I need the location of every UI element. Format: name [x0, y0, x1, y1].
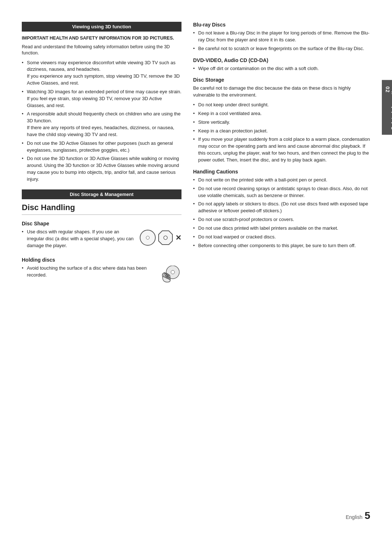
disc-shape-heading: Disc Shape: [22, 221, 181, 226]
footer-page-number: 5: [364, 510, 370, 521]
bullet-item: Do not use record cleaning sprays or ant…: [193, 185, 370, 199]
bluray-bullets: Do not leave a Blu-ray Disc in the playe…: [193, 30, 370, 52]
disc-shape-bullets: Use discs with regular shapes. If you us…: [22, 229, 136, 249]
bullet-item: Keep in a clean protection jacket.: [193, 128, 370, 135]
dvd-heading: DVD-VIDEO, Audio CD (CD-DA): [193, 57, 370, 63]
left-column: Viewing using 3D function IMPORTANT HEAL…: [22, 22, 181, 289]
sidebar-tab: 02 Safety Information: [382, 80, 392, 135]
bullet-item: Avoid touching the surface of a disc whe…: [22, 265, 155, 279]
sidebar-tab-label: Safety Information: [391, 85, 392, 130]
disc-storage-bullets: Do not keep under direct sunlight. Keep …: [193, 102, 370, 164]
disc-shape-text: Use discs with regular shapes. If you us…: [22, 229, 136, 252]
bullet-item: Watching 3D images for an extended perio…: [22, 89, 181, 109]
footer-language: English: [346, 514, 363, 520]
bullet-item: Do not load warped or cracked discs.: [193, 234, 370, 241]
disc-hole: [146, 236, 150, 240]
bullet-item: Do not apply labels or stickers to discs…: [193, 201, 370, 214]
bullet-item: Do not use discs printed with label prin…: [193, 225, 370, 232]
bullet-item: Before connecting other components to th…: [193, 242, 370, 249]
right-column: Blu-ray Discs Do not leave a Blu-ray Dis…: [193, 22, 370, 289]
bullet-item: Do not keep under direct sunlight.: [193, 102, 370, 109]
bullet-item: Be careful not to scratch or leave finge…: [193, 45, 370, 52]
bullet-item: A responsible adult should frequently ch…: [22, 111, 181, 138]
disc-storage-intro: Be careful not to damage the disc becaus…: [193, 85, 370, 99]
disc-handling-title: Disc Handling: [22, 203, 181, 215]
intro-sub-text: Read and understand the following safety…: [22, 44, 181, 57]
disc-storage-header: Disc Storage & Management: [22, 189, 181, 199]
irregular-disc-icon: [157, 229, 174, 246]
bullet-item: Do not write on the printed side with a …: [193, 177, 370, 184]
holding-disc-container: Avoid touching the surface of a disc whe…: [22, 265, 181, 285]
bullet-item: Store vertically.: [193, 119, 370, 126]
holding-disc-bullets: Avoid touching the surface of a disc whe…: [22, 265, 155, 279]
disc-storage-heading: Disc Storage: [193, 77, 370, 83]
bullet-item: Do not leave a Blu-ray Disc in the playe…: [193, 30, 370, 44]
page-footer: English 5: [346, 510, 371, 521]
disc-icons: ✕: [140, 229, 181, 246]
holding-disc-text: Avoid touching the surface of a disc whe…: [22, 265, 155, 282]
viewing-3d-header: Viewing using 3D function: [22, 22, 181, 32]
bluray-heading: Blu-ray Discs: [193, 22, 370, 28]
regular-disc-icon: [140, 230, 156, 246]
two-column-layout: Viewing using 3D function IMPORTANT HEAL…: [22, 22, 370, 289]
bullet-item: Some viewers may experience discomfort w…: [22, 60, 181, 87]
handling-cautions-heading: Handling Cautions: [193, 169, 370, 175]
disc-shape-container: Use discs with regular shapes. If you us…: [22, 229, 181, 252]
page-container: Viewing using 3D function IMPORTANT HEAL…: [0, 0, 392, 536]
svg-point-1: [164, 236, 167, 240]
hand-holding-disc-icon: [159, 266, 181, 285]
bullet-item: If you move your player suddenly from a …: [193, 136, 370, 163]
bullet-item: Do not use scratch-proof protectors or c…: [193, 216, 370, 223]
bullet-item: Do not use the 3D function or 3D Active …: [22, 155, 181, 183]
sidebar-tab-number: 02: [384, 86, 391, 130]
holding-discs-heading: Holding discs: [22, 257, 181, 263]
disc-storage-management-section: Disc Storage & Management: [22, 189, 181, 199]
handling-cautions-bullets: Do not write on the printed side with a …: [193, 177, 370, 249]
svg-point-3: [171, 270, 175, 274]
bullet-item: Do not use the 3D Active Glasses for oth…: [22, 140, 181, 154]
bullet-item: Wipe off dirt or contamination on the di…: [193, 65, 370, 72]
viewing-3d-bullets: Some viewers may experience discomfort w…: [22, 60, 181, 183]
bullet-item: Use discs with regular shapes. If you us…: [22, 229, 136, 249]
intro-bold-text: IMPORTANT HEALTH AND SAFETY INFORMATION …: [22, 35, 181, 42]
bullet-item: Keep in a cool ventilated area.: [193, 110, 370, 117]
x-mark-icon: ✕: [175, 234, 181, 241]
dvd-bullets: Wipe off dirt or contamination on the di…: [193, 65, 370, 72]
